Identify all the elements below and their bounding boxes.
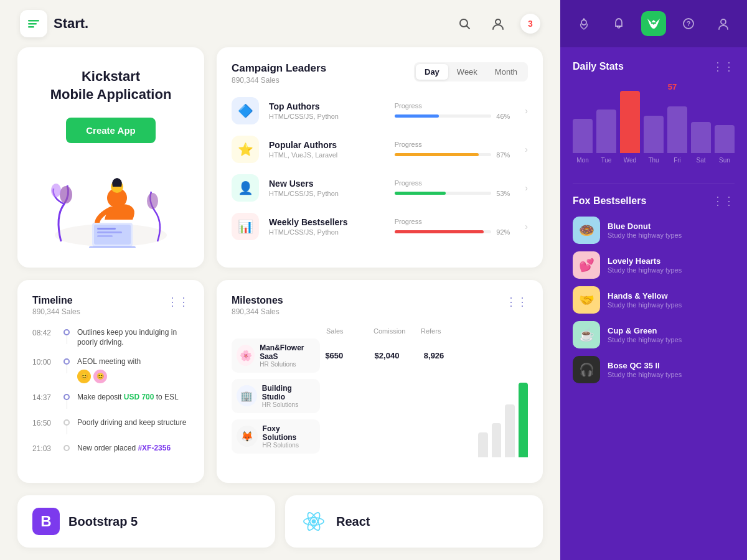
bestseller-thumb: 💕: [573, 251, 600, 279]
milestone-row: 🌸 Man&Flower SaaS HR Solutions $650 $2,0…: [232, 338, 468, 373]
milestones-title: Milestones: [232, 295, 283, 306]
notification-badge[interactable]: 3: [520, 14, 540, 34]
fox-bestseller-item[interactable]: 🤝 Hands & Yellow Study the highway types: [573, 286, 735, 314]
tl-content: Make deposit USD 700 to ESL: [77, 392, 179, 403]
fox-bestseller-item[interactable]: 🎧 Bose QC 35 II Study the highway types: [573, 356, 735, 383]
fox-bestsellers-header: Fox Bestsellers ⋮⋮: [573, 194, 735, 208]
daily-stats-bar: [596, 110, 616, 153]
react-label: React: [336, 515, 370, 529]
daily-stats-peak: 57: [610, 82, 735, 91]
row-sub: HTML/CSS/JS, Python: [269, 190, 385, 197]
user-button[interactable]: [487, 12, 509, 35]
progress-row: 92%: [395, 228, 510, 236]
daily-stats-bar: [620, 91, 640, 153]
row-chevron[interactable]: ›: [525, 222, 528, 231]
progress-pct: 53%: [496, 190, 510, 197]
tl-avatar: 😊: [77, 370, 91, 383]
daily-stats-bar-label: Sun: [719, 157, 730, 164]
row-icon: 👤: [232, 174, 259, 202]
tab-week[interactable]: Week: [448, 64, 486, 80]
sidebar-icon-fox[interactable]: [641, 11, 666, 36]
milestone-name-cell: 🦊 Foxy Solutions HR Solutions: [232, 419, 320, 454]
timeline-item: 10:00 AEOL meeting with 😊 😊: [32, 357, 189, 383]
daily-stats-bar-col: Fri: [667, 106, 687, 164]
progress-label: Progress: [395, 218, 510, 225]
row-icon: 🔷: [232, 97, 259, 124]
timeline-menu[interactable]: ⋮⋮: [167, 295, 189, 309]
svg-point-18: [312, 520, 316, 524]
tl-content: AEOL meeting with 😊 😊: [77, 357, 141, 383]
milestone-name-cell: 🌸 Man&Flower SaaS HR Solutions: [232, 338, 320, 373]
create-app-button[interactable]: Create App: [66, 118, 155, 143]
milestone-row: 🏢 Building Studio HR Solutions: [232, 379, 468, 413]
campaign-row: ⭐ Popular Authors HTML, VueJS, Laravel P…: [232, 136, 528, 163]
daily-stats-bar: [715, 125, 735, 153]
row-progress: Progress 53%: [395, 179, 510, 197]
campaign-row: 📊 Weekly Bestsellers HTML/CSS/JS, Python…: [232, 213, 528, 240]
milestone-info: Foxy Solutions HR Solutions: [263, 424, 316, 449]
bestseller-sub: Study the highway types: [608, 371, 735, 378]
bestseller-sub: Study the highway types: [608, 266, 735, 274]
sidebar-icon-user[interactable]: [711, 11, 736, 36]
content-grid: Kickstart Mobile Application Create App: [0, 47, 560, 495]
tab-day[interactable]: Day: [416, 64, 448, 80]
milestone-name: Building Studio: [262, 384, 316, 401]
daily-stats-header: Daily Stats ⋮⋮: [573, 60, 735, 73]
daily-stats-bar-col: Thu: [644, 116, 664, 164]
fox-bestsellers-title: Fox Bestsellers: [573, 195, 646, 207]
chart-bar: [492, 423, 502, 457]
milestone-sub: HR Solutions: [260, 361, 315, 368]
progress-label: Progress: [395, 179, 510, 187]
milestone-icon: 🌸: [237, 345, 255, 366]
bestseller-name: Lovely Hearts: [608, 256, 735, 266]
progress-bar-bg: [395, 153, 492, 156]
progress-pct: 92%: [496, 228, 510, 236]
sidebar-icon-help[interactable]: ?: [676, 11, 701, 36]
milestone-row: 🦊 Foxy Solutions HR Solutions: [232, 419, 468, 454]
daily-stats-bar: [644, 116, 664, 153]
fox-bestseller-item[interactable]: ☕ Cup & Green Study the highway types: [573, 321, 735, 348]
chart-bar: [505, 404, 515, 457]
header: Start. 3: [0, 0, 560, 47]
chart-bar: [519, 383, 529, 457]
fox-bestsellers-menu[interactable]: ⋮⋮: [712, 194, 735, 208]
svg-rect-15: [97, 231, 122, 233]
svg-rect-14: [97, 228, 116, 230]
row-chevron[interactable]: ›: [525, 106, 528, 116]
tl-text: Poorly driving and keep structure: [77, 418, 186, 428]
campaign-subtitle: 890,344 Sales: [232, 76, 326, 85]
row-chevron[interactable]: ›: [525, 183, 528, 193]
search-button[interactable]: [453, 12, 476, 35]
sidebar-icon-location[interactable]: [571, 11, 596, 36]
daily-stats-menu[interactable]: ⋮⋮: [712, 60, 735, 73]
milestones-table: Sales Comission Refers 🌸 Man&Flower SaaS…: [232, 327, 468, 460]
bestseller-name: Cup & Green: [608, 326, 735, 335]
svg-point-5: [496, 19, 500, 24]
milestone-commission: $2,040: [375, 351, 419, 360]
daily-stats-bar-label: Mon: [576, 157, 588, 164]
kickstart-title: Kickstart Mobile Application: [50, 67, 172, 104]
bottom-brand-cards: B Bootstrap 5 React: [0, 495, 560, 560]
bestseller-name: Bose QC 35 II: [608, 361, 735, 370]
milestones-menu[interactable]: ⋮⋮: [505, 295, 528, 309]
fox-bestseller-item[interactable]: 🍩 Blue Donut Study the highway types: [573, 217, 735, 244]
fox-bestseller-item[interactable]: 💕 Lovely Hearts Study the highway types: [573, 251, 735, 279]
tl-content: New order placed #XF-2356: [77, 443, 171, 454]
bestseller-info: Blue Donut Study the highway types: [608, 222, 735, 239]
bestseller-name: Hands & Yellow: [608, 291, 735, 301]
tl-dot: [63, 445, 70, 451]
progress-pct: 87%: [496, 151, 510, 159]
col-header-commission: Comission: [374, 327, 416, 335]
progress-bar-fill: [395, 192, 446, 195]
tab-month[interactable]: Month: [486, 64, 526, 80]
tl-line: [67, 400, 67, 409]
progress-bar-fill: [395, 230, 484, 233]
row-sub: HTML/CSS/JS, Python: [269, 113, 385, 120]
tl-time: 14:37: [32, 393, 56, 402]
milestone-refers: 8,926: [424, 351, 468, 360]
campaign-title: Campaign Leaders: [232, 62, 326, 75]
bestseller-thumb: ☕: [573, 321, 600, 348]
sidebar-icon-bell[interactable]: [606, 11, 631, 36]
svg-rect-16: [97, 235, 113, 237]
row-chevron[interactable]: ›: [525, 144, 528, 154]
